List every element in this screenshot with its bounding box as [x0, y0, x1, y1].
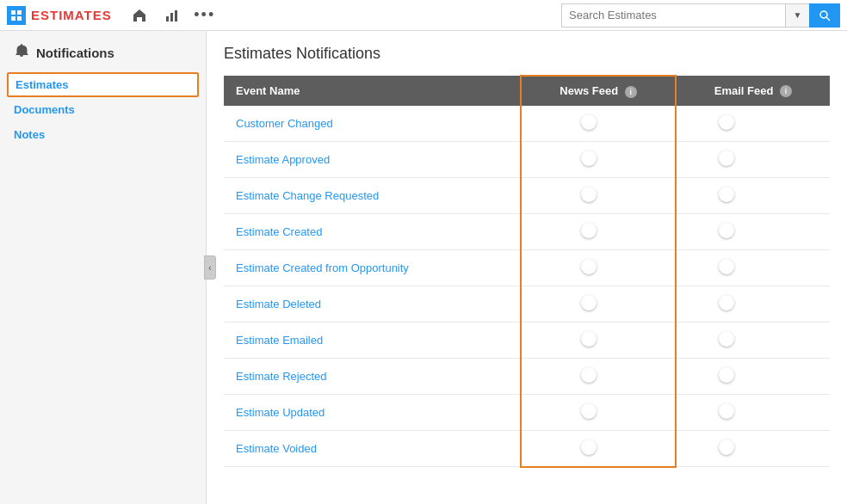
table-row: Customer Changed	[224, 106, 830, 142]
news-feed-cell	[521, 213, 676, 249]
table-row: Estimate Created	[224, 213, 830, 249]
email-feed-toggle-4[interactable]	[735, 257, 771, 276]
sidebar-title: Notifications	[0, 43, 206, 72]
svg-line-8	[826, 17, 830, 21]
news-feed-toggle-8[interactable]	[580, 402, 616, 421]
sidebar-item-estimates[interactable]: Estimates	[7, 72, 199, 97]
table-row: Estimate Rejected	[224, 358, 830, 394]
news-feed-toggle-0[interactable]	[580, 113, 616, 132]
bell-icon	[14, 43, 29, 62]
news-feed-cell	[521, 430, 676, 467]
more-options-button[interactable]: •••	[191, 3, 219, 28]
page-title: Estimates Notifications	[224, 45, 830, 63]
email-feed-toggle-2[interactable]	[735, 185, 771, 204]
sidebar-item-documents[interactable]: Documents	[0, 97, 206, 122]
svg-rect-0	[11, 10, 15, 15]
search-button[interactable]	[809, 3, 840, 28]
event-name-cell: Estimate Emailed	[224, 322, 521, 358]
home-button[interactable]	[126, 3, 153, 28]
email-feed-toggle-7[interactable]	[735, 366, 771, 384]
news-feed-cell	[521, 286, 676, 322]
email-feed-toggle-8[interactable]	[735, 402, 771, 421]
svg-rect-6	[175, 10, 177, 22]
email-feed-cell	[676, 177, 830, 213]
email-feed-cell	[676, 249, 830, 286]
email-feed-info-icon[interactable]: i	[780, 85, 792, 97]
email-feed-toggle-0[interactable]	[735, 113, 771, 132]
news-feed-cell	[521, 358, 676, 394]
dots-icon: •••	[194, 6, 215, 24]
email-feed-cell	[676, 106, 830, 142]
table-row: Estimate Change Requested	[224, 177, 830, 213]
sidebar: Notifications Estimates Documents Notes …	[0, 31, 207, 504]
brand: ESTIMATES	[7, 6, 112, 25]
col-email-feed: Email Feed i	[676, 76, 830, 106]
news-feed-cell	[521, 322, 676, 358]
email-feed-cell	[676, 430, 830, 467]
email-feed-toggle-5[interactable]	[735, 293, 771, 312]
news-feed-cell	[521, 394, 676, 430]
col-news-feed: News Feed i	[521, 76, 676, 106]
svg-rect-2	[11, 16, 15, 21]
news-feed-toggle-1[interactable]	[580, 149, 616, 168]
event-name-cell: Estimate Approved	[224, 141, 521, 177]
news-feed-cell	[521, 249, 676, 286]
news-feed-cell	[521, 141, 676, 177]
search-dropdown-button[interactable]: ▼	[785, 3, 809, 28]
table-row: Estimate Approved	[224, 141, 830, 177]
search-input[interactable]	[561, 3, 785, 28]
event-name-cell: Estimate Created	[224, 213, 521, 249]
event-name-cell: Estimate Rejected	[224, 358, 521, 394]
email-feed-toggle-1[interactable]	[735, 149, 771, 168]
event-name-cell: Estimate Created from Opportunity	[224, 249, 521, 286]
search-wrapper: ▼	[561, 3, 840, 28]
email-feed-cell	[676, 394, 830, 430]
svg-rect-5	[170, 13, 173, 22]
sidebar-item-notes[interactable]: Notes	[0, 122, 206, 147]
email-feed-cell	[676, 141, 830, 177]
chart-button[interactable]	[158, 3, 186, 28]
news-feed-cell	[521, 177, 676, 213]
news-feed-toggle-4[interactable]	[580, 257, 616, 276]
table-row: Estimate Updated	[224, 394, 830, 430]
notifications-table: Event Name News Feed i Email Feed i Cust…	[224, 75, 830, 468]
news-feed-toggle-3[interactable]	[580, 221, 616, 240]
table-row: Estimate Created from Opportunity	[224, 249, 830, 286]
event-name-cell: Estimate Updated	[224, 394, 521, 430]
main-content: Estimates Notifications Event Name News …	[207, 31, 847, 504]
col-event-name: Event Name	[224, 76, 521, 106]
layout: Notifications Estimates Documents Notes …	[0, 31, 847, 504]
news-feed-toggle-2[interactable]	[580, 185, 616, 204]
sidebar-section-label: Notifications	[36, 46, 114, 60]
event-name-cell: Estimate Change Requested	[224, 177, 521, 213]
brand-icon	[7, 6, 26, 25]
event-name-cell: Estimate Deleted	[224, 286, 521, 322]
news-feed-cell	[521, 106, 676, 142]
sidebar-collapse-button[interactable]: ‹	[204, 255, 216, 280]
navbar: ESTIMATES ••• ▼	[0, 0, 847, 31]
news-feed-toggle-5[interactable]	[580, 293, 616, 312]
table-row: Estimate Emailed	[224, 322, 830, 358]
event-name-cell: Customer Changed	[224, 106, 521, 142]
news-feed-toggle-7[interactable]	[580, 366, 616, 384]
email-feed-cell	[676, 322, 830, 358]
table-row: Estimate Deleted	[224, 286, 830, 322]
email-feed-cell	[676, 286, 830, 322]
email-feed-cell	[676, 213, 830, 249]
event-name-cell: Estimate Voided	[224, 430, 521, 467]
brand-text: ESTIMATES	[31, 8, 112, 22]
svg-rect-1	[17, 10, 22, 15]
news-feed-toggle-6[interactable]	[580, 329, 616, 348]
svg-point-7	[820, 11, 827, 18]
table-row: Estimate Voided	[224, 430, 830, 467]
news-feed-info-icon[interactable]: i	[625, 86, 637, 98]
svg-rect-3	[17, 16, 22, 21]
svg-rect-4	[166, 16, 169, 22]
email-feed-toggle-3[interactable]	[735, 221, 771, 240]
email-feed-toggle-6[interactable]	[735, 329, 771, 348]
news-feed-toggle-9[interactable]	[580, 438, 616, 457]
email-feed-cell	[676, 358, 830, 394]
email-feed-toggle-9[interactable]	[735, 438, 771, 457]
